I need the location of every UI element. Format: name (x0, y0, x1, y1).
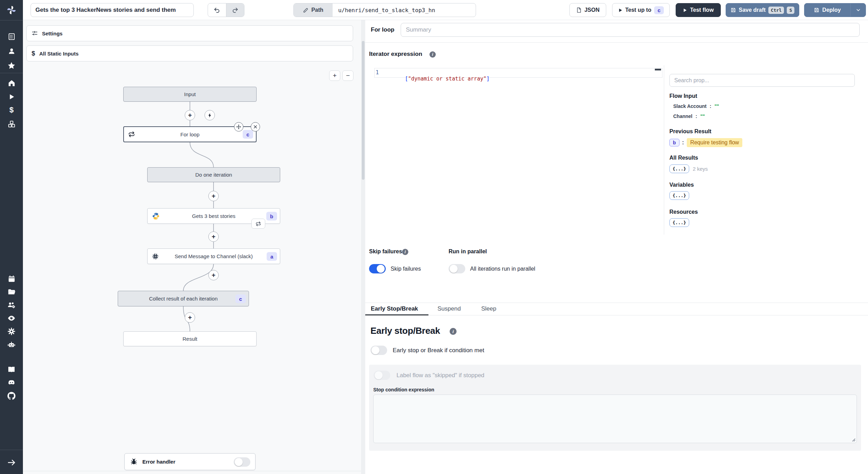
insert-step-button[interactable]: + (185, 110, 195, 120)
error-handler-node[interactable]: Error handler (124, 453, 256, 470)
docs-book-icon[interactable] (0, 364, 23, 375)
keys-count: 2 keys (693, 166, 708, 172)
dollar-icon: $ (32, 50, 35, 57)
undo-button[interactable] (208, 3, 226, 17)
insert-step-button[interactable]: + (185, 312, 195, 323)
zoom-in-button[interactable]: + (329, 70, 340, 81)
expand-arrow-icon[interactable] (0, 457, 23, 468)
scrollbar-thumb[interactable] (362, 41, 365, 180)
skip-failures-toggle[interactable] (369, 264, 386, 273)
pencil-icon (303, 7, 309, 13)
windmill-logo[interactable] (0, 5, 23, 15)
save-icon (814, 7, 819, 13)
flow-settings-button[interactable]: Settings (26, 25, 353, 41)
play-icon (618, 8, 623, 13)
user-icon[interactable] (0, 45, 23, 57)
run-in-parallel-toggle[interactable] (449, 264, 465, 273)
flow-node-collect-result[interactable]: Collect result of each iteration c (118, 291, 249, 306)
json-button[interactable]: JSON (569, 3, 606, 17)
variables-icon[interactable]: $ (0, 104, 23, 116)
expand-object-button[interactable]: {...} (669, 164, 689, 173)
iterator-code-editor[interactable]: 1 ["dynamic or static array"] (370, 65, 664, 235)
loop-over-badge[interactable] (251, 219, 265, 229)
props-panel: Flow Input Slack Account : "" Channel : … (664, 65, 868, 235)
expand-object-button[interactable]: {...} (669, 218, 689, 227)
info-icon[interactable]: i (429, 51, 436, 58)
insert-step-button[interactable]: + (208, 270, 219, 280)
json-button-label: JSON (584, 7, 600, 13)
slack-icon (152, 253, 159, 260)
previous-result-row[interactable]: b : Require testing flow (669, 138, 742, 147)
path-control[interactable]: Path u/henri/send_to_slack_top3_hn (293, 3, 476, 17)
move-step-button[interactable] (234, 122, 243, 132)
resources-icon[interactable] (0, 118, 23, 130)
folders-icon[interactable] (0, 286, 23, 298)
github-icon[interactable] (0, 390, 23, 402)
python-icon (152, 212, 160, 220)
audit-eye-icon[interactable] (0, 312, 23, 324)
step-id-badge: b (669, 139, 679, 146)
insert-step-button[interactable]: + (208, 191, 219, 201)
path-value[interactable]: u/henri/send_to_slack_top3_hn (333, 3, 476, 17)
flow-title-input[interactable] (31, 3, 194, 17)
delete-step-button[interactable] (251, 122, 260, 132)
runs-icon[interactable] (0, 91, 23, 103)
schedules-calendar-icon[interactable] (0, 273, 23, 285)
test-flow-button[interactable]: Test flow (676, 3, 721, 17)
move-icon (236, 124, 241, 129)
ai-robot-icon[interactable] (0, 339, 23, 350)
prop-row[interactable]: Channel : "" (673, 113, 705, 119)
file-icon (576, 7, 582, 13)
tab-early-stop-break[interactable]: Early Stop/Break (371, 303, 418, 315)
deploy-button[interactable]: Deploy (804, 3, 866, 17)
flow-node-send-message-slack[interactable]: Send Message to Channel (slack) a (147, 248, 280, 264)
skipped-toggle-row: Label flow as "skipped" if stopped (374, 371, 484, 380)
step-inspector-panel: For loop Iterator expression i 1 ["dynam… (365, 20, 868, 474)
flow-node-gets-3-best-stories[interactable]: Gets 3 best stories b (147, 208, 280, 224)
deploy-dropdown-button[interactable] (850, 3, 866, 17)
kbd-ctrl: Ctrl (768, 7, 784, 14)
groups-icon[interactable] (0, 299, 23, 311)
stop-condition-textarea[interactable] (373, 395, 857, 443)
flow-node-do-one-iteration[interactable]: Do one iteration (147, 167, 280, 182)
insert-step-button[interactable]: + (208, 231, 219, 242)
early-stop-disabled-panel: Label flow as "skipped" if stopped Stop … (369, 365, 861, 451)
step-id-badge: c (235, 294, 246, 303)
tab-suspend[interactable]: Suspend (437, 303, 461, 315)
trigger-bolt-button[interactable] (205, 110, 215, 120)
prop-separator: : (695, 113, 697, 119)
prop-row[interactable]: Slack Account : "" (673, 103, 719, 109)
test-up-to-button[interactable]: Test up to c (612, 3, 670, 17)
workspace-icon[interactable] (0, 31, 23, 42)
discord-icon[interactable] (0, 377, 23, 389)
flow-node-input[interactable]: Input (123, 87, 257, 102)
home-icon[interactable] (0, 77, 23, 89)
run-in-parallel-row: All iterations run in parallel (449, 264, 535, 273)
zoom-out-button[interactable]: − (342, 70, 353, 81)
early-stop-toggle[interactable] (370, 346, 387, 355)
require-testing-note: Require testing flow (687, 138, 743, 147)
previous-result-title: Previous Result (669, 128, 711, 135)
step-id-badge: c (243, 130, 253, 139)
expand-object-button[interactable]: {...} (669, 191, 689, 200)
info-icon[interactable]: i (450, 328, 457, 335)
favorites-star-icon[interactable] (0, 60, 23, 71)
panel-splitter[interactable] (361, 20, 365, 474)
tab-sleep[interactable]: Sleep (481, 303, 496, 315)
flow-node-result[interactable]: Result (123, 331, 257, 346)
prop-key: Slack Account (673, 103, 707, 109)
summary-input[interactable] (401, 23, 860, 37)
all-static-inputs-button[interactable]: $ All Static Inputs (26, 45, 353, 61)
header-divider (365, 42, 868, 43)
save-draft-button[interactable]: Save draft Ctrl S (726, 3, 799, 17)
variables-title: Variables (669, 182, 694, 188)
search-prop-input[interactable] (669, 74, 855, 87)
early-stop-title: Early stop/Break (370, 325, 440, 336)
info-icon[interactable]: i (402, 249, 408, 255)
redo-button[interactable] (226, 3, 244, 17)
editor-code-line[interactable]: ["dynamic or static array"] (386, 69, 490, 88)
error-handler-toggle[interactable] (234, 457, 250, 467)
workers-gear-icon[interactable] (0, 325, 23, 337)
resize-handle-icon[interactable] (851, 437, 856, 442)
flow-node-for-loop[interactable]: For loop c (123, 126, 257, 142)
